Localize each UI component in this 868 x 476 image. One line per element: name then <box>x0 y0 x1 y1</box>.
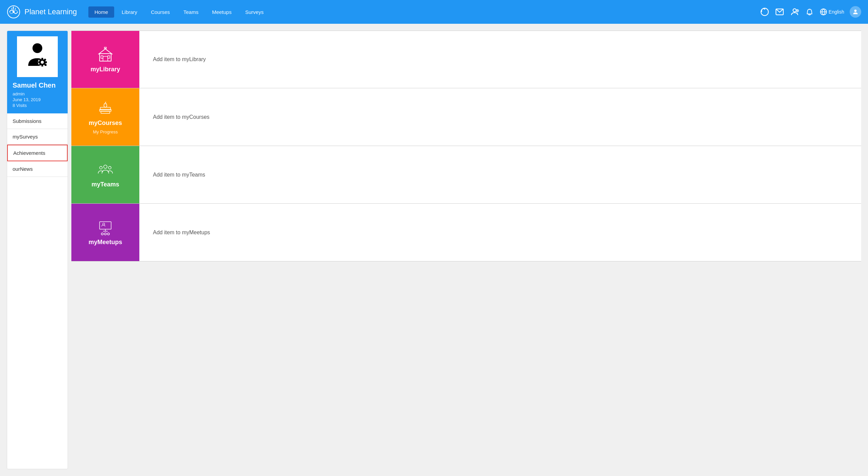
sidebar: Samuel Chen admin June 13, 2019 8 Visits… <box>7 31 68 469</box>
myteams-label: myTeams <box>91 181 119 188</box>
svg-point-35 <box>101 233 103 235</box>
main-layout: Samuel Chen admin June 13, 2019 8 Visits… <box>0 24 868 476</box>
svg-point-29 <box>104 165 107 168</box>
person-gear-icon <box>22 41 53 72</box>
svg-rect-12 <box>41 58 43 60</box>
svg-rect-13 <box>41 65 43 66</box>
mymeetups-label: myMeetups <box>88 239 122 246</box>
svg-rect-23 <box>108 56 110 58</box>
mycourses-row: myCourses My Progress Add item to myCour… <box>71 88 861 146</box>
svg-point-7 <box>854 10 857 12</box>
svg-rect-22 <box>101 56 103 58</box>
nav-library[interactable]: Library <box>116 6 143 18</box>
user-date: June 13, 2019 <box>13 97 40 102</box>
mycourses-sublabel: My Progress <box>93 129 118 134</box>
language-button[interactable]: English <box>820 8 844 16</box>
svg-point-8 <box>33 43 42 53</box>
main-nav: Home Library Courses Teams Meetups Surve… <box>88 6 753 18</box>
header-icons: English <box>760 6 861 18</box>
svg-point-37 <box>107 233 109 235</box>
svg-rect-27 <box>100 107 110 110</box>
svg-rect-28 <box>101 111 110 113</box>
mymeetups-row-text: Add item to myMeetups <box>139 204 861 261</box>
mylibrary-tile[interactable]: myLibrary <box>71 31 139 88</box>
mylibrary-label: myLibrary <box>90 66 120 73</box>
sidebar-menu: Submissions mySurveys Achievements ourNe… <box>7 113 68 177</box>
user-card: Samuel Chen admin June 13, 2019 8 Visits <box>7 31 68 113</box>
logo-text: Planet Learning <box>24 7 77 16</box>
svg-point-38 <box>103 223 105 225</box>
nav-home[interactable]: Home <box>88 6 114 18</box>
mymeetups-row: myMeetups Add item to myMeetups <box>71 204 861 261</box>
svg-rect-14 <box>38 61 40 63</box>
nav-meetups[interactable]: Meetups <box>206 6 238 18</box>
mycourses-label: myCourses <box>89 120 122 127</box>
svg-point-36 <box>104 233 106 235</box>
content-area: myLibrary Add item to myLibrary <box>71 31 861 469</box>
user-avatar-box <box>17 36 58 77</box>
mylibrary-row: myLibrary Add item to myLibrary <box>71 31 861 88</box>
svg-rect-15 <box>45 61 47 63</box>
svg-rect-21 <box>103 56 108 61</box>
sidebar-item-submissions[interactable]: Submissions <box>7 113 68 129</box>
myteams-row-text: Add item to myTeams <box>139 146 861 203</box>
mymeetups-tile[interactable]: myMeetups <box>71 204 139 261</box>
mail-icon[interactable] <box>775 7 784 17</box>
myteams-tile[interactable]: myTeams <box>71 146 139 203</box>
sidebar-item-ournews[interactable]: ourNews <box>7 161 68 177</box>
user-role: admin <box>13 91 24 96</box>
sidebar-item-mysurveys[interactable]: mySurveys <box>7 129 68 145</box>
nav-surveys[interactable]: Surveys <box>239 6 270 18</box>
svg-rect-26 <box>100 109 111 111</box>
svg-point-30 <box>100 166 102 169</box>
logo-area: Planet Learning <box>7 5 82 19</box>
user-avatar-header[interactable] <box>850 6 861 18</box>
manager-icon[interactable] <box>790 7 799 17</box>
nav-teams[interactable]: Teams <box>177 6 205 18</box>
svg-point-11 <box>41 61 44 64</box>
nav-courses[interactable]: Courses <box>145 6 176 18</box>
svg-point-31 <box>108 166 111 169</box>
logo-icon <box>7 5 20 19</box>
mycourses-tile[interactable]: myCourses My Progress <box>71 88 139 146</box>
sidebar-item-achievements[interactable]: Achievements <box>7 145 68 161</box>
svg-rect-32 <box>100 222 111 229</box>
mylibrary-row-text: Add item to myLibrary <box>139 31 861 88</box>
svg-point-3 <box>793 9 796 12</box>
sync-icon[interactable] <box>760 7 769 17</box>
myteams-row: myTeams Add item to myTeams <box>71 146 861 204</box>
user-visits: 8 Visits <box>13 103 27 108</box>
svg-rect-20 <box>100 54 111 61</box>
mycourses-row-text: Add item to myCourses <box>139 88 861 146</box>
notification-icon[interactable] <box>805 7 814 17</box>
user-name: Samuel Chen <box>13 81 56 89</box>
header: Planet Learning Home Library Courses Tea… <box>0 0 868 24</box>
language-label: English <box>829 9 844 15</box>
